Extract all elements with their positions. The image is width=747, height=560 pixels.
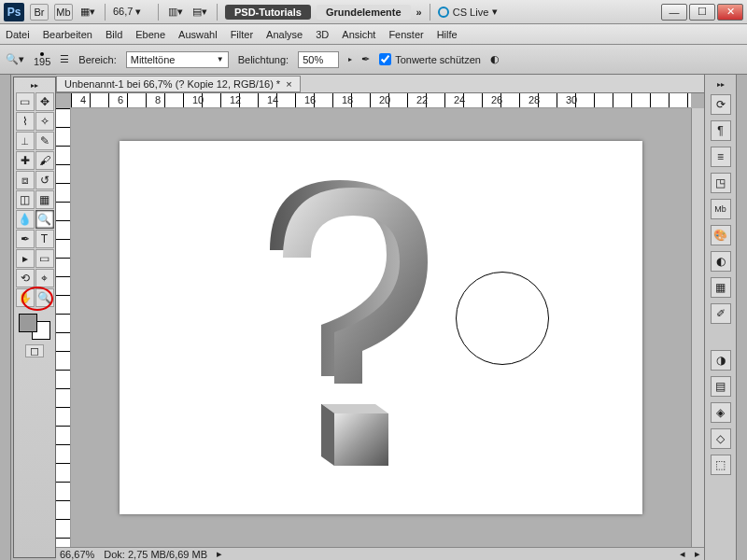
- right-panel-dock: ▸▸ ⟳ ¶ ≡ ◳ Mb 🎨 ◐ ▦ ✐ ◑ ▤ ◈ ◇ ⬚: [704, 75, 736, 560]
- cslive-button[interactable]: CS Live ▾: [438, 6, 499, 18]
- maximize-button[interactable]: ☐: [689, 4, 715, 21]
- menu-ansicht[interactable]: Ansicht: [342, 29, 375, 40]
- ruler-vertical[interactable]: [56, 108, 71, 547]
- menu-fenster[interactable]: Fenster: [388, 29, 423, 40]
- tool-blur[interactable]: 💧: [16, 210, 35, 229]
- range-label: Bereich:: [78, 54, 116, 65]
- tool-3d-camera[interactable]: ⌖: [35, 269, 54, 287]
- question-mark-graphic: [241, 169, 446, 486]
- panel-layers-icon[interactable]: ▤: [711, 376, 731, 397]
- extras-icon[interactable]: ▤▾: [190, 4, 209, 21]
- panel-paragraph-icon[interactable]: ≡: [711, 147, 731, 167]
- tool-wand[interactable]: ✧: [35, 112, 54, 131]
- scroll-left-icon[interactable]: ◂: [680, 548, 685, 560]
- exposure-label: Belichtung:: [238, 54, 289, 65]
- document-page[interactable]: [120, 141, 642, 514]
- panel-swatches-icon[interactable]: ▦: [711, 277, 731, 298]
- panel-minibridge-icon[interactable]: Mb: [711, 199, 731, 219]
- exposure-stepper-icon[interactable]: ▸: [348, 55, 352, 63]
- airbrush-icon[interactable]: ✒: [361, 53, 370, 65]
- tool-eraser[interactable]: ◫: [16, 190, 35, 209]
- toolbox: ▸▸ ▭✥ ⌇✧ ⟂✎ ✚🖌 ⧈↺ ◫▦ 💧🔍 ✒T ▸▭ ⟲⌖ ✋🔍 ◻: [13, 77, 56, 558]
- panel-color-icon[interactable]: 🎨: [711, 225, 731, 245]
- brush-panel-icon[interactable]: ☰: [60, 53, 69, 65]
- tool-preset-icon[interactable]: 🔍▾: [6, 53, 24, 65]
- panel-3d-icon[interactable]: ⬚: [711, 455, 731, 475]
- zoom-level[interactable]: 66,7 ▾: [113, 6, 150, 18]
- scrollbar-vertical[interactable]: [691, 108, 704, 547]
- tool-dodge[interactable]: 🔍: [35, 210, 54, 229]
- tool-type[interactable]: T: [35, 230, 54, 248]
- tool-shape[interactable]: ▭: [35, 249, 54, 268]
- tool-eyedropper[interactable]: ✎: [35, 132, 54, 150]
- arrange-icon[interactable]: ▥▾: [166, 4, 185, 21]
- range-dropdown[interactable]: Mitteltöne▼: [126, 51, 229, 68]
- canvas[interactable]: [71, 108, 691, 547]
- dock-grip-icon[interactable]: ▸▸: [717, 80, 725, 89]
- workspace-more-icon[interactable]: »: [416, 7, 422, 18]
- protect-tones-checkbox[interactable]: Tonwerte schützen: [379, 53, 481, 65]
- quickmask-button[interactable]: ◻: [25, 344, 44, 357]
- scroll-right-icon[interactable]: ▸: [695, 548, 700, 560]
- panel-brush-icon[interactable]: ✐: [711, 303, 731, 324]
- document-tabs: Unbenannt-1 bei 66,7% (? Kopie 12, RGB/1…: [56, 75, 704, 93]
- workspace-grundelemente[interactable]: Grundelemente: [317, 5, 411, 20]
- close-tab-icon[interactable]: ×: [286, 78, 291, 90]
- bridge-button[interactable]: Br: [30, 4, 49, 21]
- panel-masks-icon[interactable]: ◑: [711, 350, 731, 371]
- color-swatch[interactable]: [19, 314, 50, 340]
- panel-channels-icon[interactable]: ◈: [711, 402, 731, 423]
- exposure-field[interactable]: 50%: [298, 51, 339, 68]
- menu-datei[interactable]: Datei: [6, 29, 30, 40]
- menu-auswahl[interactable]: Auswahl: [178, 29, 218, 40]
- tool-path-select[interactable]: ▸: [16, 249, 35, 268]
- menu-3d[interactable]: 3D: [316, 29, 329, 40]
- tool-3d-rotate[interactable]: ⟲: [16, 269, 35, 287]
- tool-lasso[interactable]: ⌇: [16, 112, 35, 131]
- tool-marquee[interactable]: ▭: [16, 92, 35, 111]
- panel-adjustments-icon[interactable]: ◐: [711, 251, 731, 272]
- brush-cursor-circle: [456, 272, 549, 365]
- tool-gradient[interactable]: ▦: [35, 190, 54, 209]
- menubar: Datei Bearbeiten Bild Ebene Auswahl Filt…: [0, 24, 747, 45]
- pressure-icon[interactable]: ◐: [490, 53, 500, 65]
- options-bar: 🔍▾ 195 ☰ Bereich: Mitteltöne▼ Belichtung…: [0, 45, 747, 75]
- menu-analyse[interactable]: Analyse: [266, 29, 303, 40]
- menu-hilfe[interactable]: Hilfe: [437, 29, 458, 40]
- panel-paths-icon[interactable]: ◇: [711, 428, 731, 449]
- brush-size-label: 195: [34, 57, 50, 67]
- right-dock-strip[interactable]: [736, 75, 747, 560]
- status-dok[interactable]: Dok: 2,75 MB/6,69 MB: [104, 549, 207, 560]
- tool-stamp[interactable]: ⧈: [16, 171, 35, 189]
- tool-history-brush[interactable]: ↺: [35, 171, 54, 189]
- tool-brush[interactable]: 🖌: [35, 151, 54, 170]
- document-tab[interactable]: Unbenannt-1 bei 66,7% (? Kopie 12, RGB/1…: [56, 76, 301, 92]
- app-logo-icon[interactable]: Ps: [4, 3, 24, 21]
- workspace-psd-tutorials[interactable]: PSD-Tutorials: [225, 5, 311, 20]
- status-more-icon[interactable]: ▸: [217, 548, 222, 560]
- ruler-horizontal[interactable]: 46 810 1214 1618 2022 2426 2830: [71, 93, 691, 108]
- menu-ebene[interactable]: Ebene: [135, 29, 165, 40]
- panel-character-icon[interactable]: ¶: [711, 120, 731, 141]
- brush-preset[interactable]: 195: [34, 52, 50, 67]
- menu-bild[interactable]: Bild: [106, 29, 122, 40]
- panel-history-icon[interactable]: ⟳: [711, 94, 731, 115]
- tool-zoom[interactable]: 🔍: [35, 288, 54, 307]
- toolbox-grip-icon[interactable]: ▸▸: [31, 81, 38, 90]
- foreground-color[interactable]: [19, 314, 37, 332]
- minibridge-button[interactable]: Mb: [54, 4, 73, 21]
- close-button[interactable]: ✕: [717, 4, 743, 21]
- panel-navigator-icon[interactable]: ◳: [711, 173, 731, 193]
- tool-pen[interactable]: ✒: [16, 230, 35, 248]
- svg-rect-1: [334, 413, 388, 466]
- menu-bearbeiten[interactable]: Bearbeiten: [43, 29, 92, 40]
- status-zoom[interactable]: 66,67%: [60, 549, 94, 560]
- menu-filter[interactable]: Filter: [231, 29, 253, 40]
- tool-move[interactable]: ✥: [35, 92, 54, 111]
- minimize-button[interactable]: —: [661, 4, 687, 21]
- tool-heal[interactable]: ✚: [16, 151, 35, 170]
- tool-crop[interactable]: ⟂: [16, 132, 35, 150]
- screen-mode-icon[interactable]: ▦▾: [78, 4, 97, 21]
- tool-hand[interactable]: ✋: [16, 288, 35, 307]
- left-dock-strip[interactable]: [0, 75, 11, 560]
